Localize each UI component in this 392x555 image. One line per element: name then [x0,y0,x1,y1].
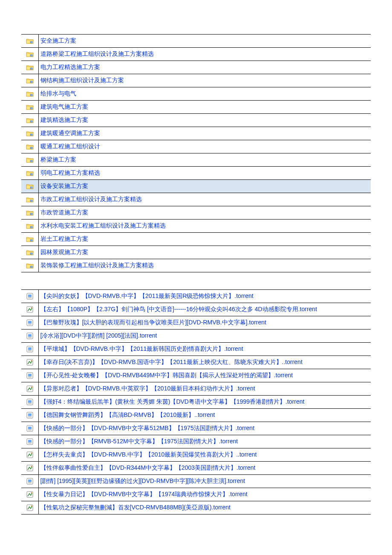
file-name[interactable]: 【平壤城】【DVD-RMVB.中字】【2011最新韩国历史剧情喜剧大片】.tor… [38,343,371,356]
file-row[interactable]: 【尖叫的女妖】【DVD-RMVB.中字】【2011最新美国R级恐怖惊悚大片】.t… [21,290,371,303]
folder-row[interactable]: 市政管道施工方案 [21,206,371,220]
file-row[interactable]: 【怎样失去童贞】【DVD-RMVB.中字】【2010最新美国爆笑性喜剧大片】..… [21,448,371,462]
folder-row[interactable]: 装饰装修工程施工组织设计及施工方案精选 [21,259,371,272]
torrent-alt-icon [21,488,38,501]
folder-name[interactable]: 水利水电安装工程施工组织设计及施工方案精选 [38,220,371,233]
folder-icon [21,220,38,233]
file-row[interactable]: 【性伴叙事曲性爱自主】【DVD-R344M中文字幕】【2003美国剧情大片】.t… [21,462,371,475]
folder-name[interactable]: 电力工程精选施工方案 [38,61,371,74]
folder-row[interactable]: 暖通工程施工组织设计 [21,140,371,153]
file-row[interactable]: 【平壤城】【DVD-RMVB.中字】【2011最新韩国历史剧情喜剧大片】.tor… [21,343,371,356]
folder-icon [21,35,38,48]
file-name[interactable]: 【怎样失去童贞】【DVD-RMVB.中字】【2010最新美国爆笑性喜剧大片】..… [38,448,371,462]
torrent-icon [21,343,38,356]
folder-name[interactable]: 弱电工程施工方案精选 [38,167,371,180]
folder-name[interactable]: 给排水与电气 [38,87,371,101]
file-row[interactable]: 【性女暴力日记】【DVD-RMVB中文字幕】【1974瑞典动作惊悚大片】.tor… [21,488,371,501]
folder-row[interactable]: 道路桥梁工程施工组织设计及施工方案精选 [21,48,371,61]
folder-name[interactable]: 道路桥梁工程施工组织设计及施工方案精选 [38,48,371,61]
folder-name[interactable]: 市政管道施工方案 [38,206,371,220]
svg-rect-15 [30,240,32,241]
folder-icon [21,87,38,101]
svg-rect-31 [28,350,32,351]
torrent-alt-icon [21,501,38,515]
file-name[interactable]: 【性氣功之探秘完整無刪減】首发[VCD-RMVB488MB](美亞原版).tor… [38,501,371,515]
svg-point-22 [31,307,32,308]
svg-rect-27 [28,334,32,337]
file-name[interactable]: 【快感的一部分】【RMVB-512M中文字幕】【1975法国剧情大片】.torr… [38,435,371,448]
file-name[interactable]: 【巴黎野玫瑰】[以大胆的表现而引起相当争议唯美巨片][DVD-RMVB.中文字幕… [38,316,371,330]
folder-row[interactable]: 建筑暖通空调施工方案 [21,127,371,140]
folder-name[interactable]: 建筑精选施工方案 [38,114,371,127]
folder-row[interactable]: 园林景观施工方案 [21,246,371,259]
file-row[interactable]: 【巴黎野玫瑰】[以大胆的表现而引起相当争议唯美巨片][DVD-RMVB.中文字幕… [21,316,371,330]
torrent-alt-icon [21,462,38,475]
folder-icon [21,206,38,220]
folders-table: 安全施工方案道路桥梁工程施工组织设计及施工方案精选电力工程精选施工方案钢结构施工… [21,34,371,272]
file-name[interactable]: 【德国舞女钢管舞蹈秀】【高清BD-RMVB】【2010最新】..torrent [38,409,371,422]
folder-name[interactable]: 岩土工程施工方案 [38,233,371,246]
folder-icon [21,61,38,74]
file-name[interactable]: 【快感的一部分】【DVD-RMVB中文字幕512MB】【1975法国剧情大片】.… [38,422,371,435]
torrent-icon [21,369,38,382]
file-name[interactable]: 【幸存日(决不言弃)】【DVD-RMVB.国语中字】【2011最新上映倪大红、陈… [38,356,371,369]
svg-rect-0 [30,41,32,43]
folder-row[interactable]: 桥梁施工方案 [21,153,371,167]
folder-row[interactable]: 安全施工方案 [21,35,371,48]
folder-row[interactable]: 电力工程精选施工方案 [21,61,371,74]
file-row[interactable]: 【强奸4：终结编最后羔羊】(黄秋生 关秀媚 朱茵)【DVD粤语中文字幕】【199… [21,396,371,409]
folder-row[interactable]: 弱电工程施工方案精选 [21,167,371,180]
file-row[interactable]: [冷水浴][DVD中字][剧情] [2005][法国].torrent [21,330,371,343]
svg-rect-3 [30,81,32,83]
folder-name[interactable]: 建筑电气施工方案 [38,101,371,114]
file-row[interactable]: 【德国舞女钢管舞蹈秀】【高清BD-RMVB】【2010最新】..torrent [21,409,371,422]
svg-rect-11 [30,187,32,188]
file-name[interactable]: 【尖叫的女妖】【DVD-RMVB.中字】【2011最新美国R级恐怖惊悚大片】.t… [38,290,371,303]
file-name[interactable]: 【性伴叙事曲性爱自主】【DVD-R344M中文字幕】【2003美国剧情大片】.t… [38,462,371,475]
file-row[interactable]: 【异形对忍者】【DVD-RMVB.中英双字】【2010最新日本科幻动作大片】.t… [21,382,371,396]
torrent-icon [21,330,38,343]
folder-row[interactable]: 钢结构施工组织设计及施工方案 [21,74,371,87]
file-name[interactable]: 【异形对忍者】【DVD-RMVB.中英双字】【2010最新日本科幻动作大片】.t… [38,382,371,396]
file-name[interactable]: 【左右】【1080P】【2.37G】剑门神鸟 [中文语音]------16分钟观… [38,303,371,316]
folder-name[interactable]: 暖通工程施工组织设计 [38,140,371,153]
folder-name[interactable]: 建筑暖通空调施工方案 [38,127,371,140]
svg-rect-13 [30,213,32,215]
svg-rect-30 [28,347,32,350]
svg-rect-2 [30,68,32,69]
svg-rect-24 [28,321,32,324]
folder-name[interactable]: 设备安装施工方案 [38,180,371,193]
folder-name[interactable]: 安全施工方案 [38,35,371,48]
folder-name[interactable]: 装饰装修工程施工组织设计及施工方案精选 [38,259,371,272]
folder-row[interactable]: 设备安装施工方案 [21,180,371,193]
folder-row[interactable]: 给排水与电气 [21,87,371,101]
folder-name[interactable]: 钢结构施工组织设计及施工方案 [38,74,371,87]
folder-row[interactable]: 市政工程施工组织设计及施工方案精选 [21,193,371,206]
file-name[interactable]: 【性女暴力日记】【DVD-RMVB中文字幕】【1974瑞典动作惊悚大片】.tor… [38,488,371,501]
folder-row[interactable]: 水利水电安装工程施工组织设计及施工方案精选 [21,220,371,233]
folder-name[interactable]: 桥梁施工方案 [38,153,371,167]
file-name[interactable]: 【开心见性-处女晚餐】【DVD-RMVB449M中字】韩国喜剧【揭示人性深处对性… [38,369,371,382]
file-row[interactable]: 【性氣功之探秘完整無刪減】首发[VCD-RMVB488MB](美亞原版).tor… [21,501,371,515]
torrent-alt-icon [21,356,38,369]
folder-name[interactable]: 园林景观施工方案 [38,246,371,259]
folder-name[interactable]: 市政工程施工组织设计及施工方案精选 [38,193,371,206]
folder-row[interactable]: 岩土工程施工方案 [21,233,371,246]
file-name[interactable]: 【强奸4：终结编最后羔羊】(黄秋生 关秀媚 朱茵)【DVD粤语中文字幕】【199… [38,396,371,409]
folder-icon [21,101,38,114]
folder-icon [21,153,38,167]
svg-rect-10 [30,173,32,175]
file-row[interactable]: 【幸存日(决不言弃)】【DVD-RMVB.国语中字】【2011最新上映倪大红、陈… [21,356,371,369]
svg-rect-57 [28,483,32,483]
svg-rect-35 [28,374,32,376]
file-row[interactable]: 【左右】【1080P】【2.37G】剑门神鸟 [中文语音]------16分钟观… [21,303,371,316]
file-row[interactable]: 【快感的一部分】【DVD-RMVB中文字幕512MB】【1975法国剧情大片】.… [21,422,371,435]
file-name[interactable]: [冷水浴][DVD中字][剧情] [2005][法国].torrent [38,330,371,343]
file-row[interactable]: 【快感的一部分】【RMVB-512M中文字幕】【1975法国剧情大片】.torr… [21,435,371,448]
folder-row[interactable]: 建筑精选施工方案 [21,114,371,127]
file-row[interactable]: [剧情] [1995][美英][狂野边缘骚的过火][DVD-RMVB中字][陈冲… [21,475,371,488]
file-row[interactable]: 【开心见性-处女晚餐】【DVD-RMVB449M中字】韩国喜剧【揭示人性深处对性… [21,369,371,382]
file-name[interactable]: [剧情] [1995][美英][狂野边缘骚的过火][DVD-RMVB中字][陈冲… [38,475,371,488]
svg-rect-6 [30,121,32,122]
folder-row[interactable]: 建筑电气施工方案 [21,101,371,114]
